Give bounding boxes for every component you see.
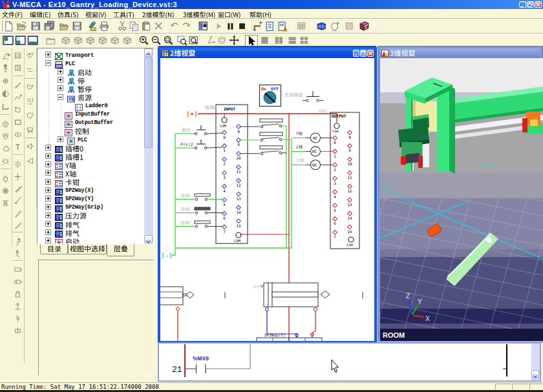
tree-item[interactable]: 5P2Way(Grip): [37, 203, 144, 212]
save-icon[interactable]: [30, 21, 42, 32]
rotate-axis-icon[interactable]: [206, 35, 217, 46]
claw2-icon[interactable]: [25, 110, 36, 121]
minimize-button[interactable]: [519, 1, 526, 8]
cut-icon[interactable]: [117, 21, 129, 32]
tree-scroll-down[interactable]: [144, 235, 153, 243]
expand-icon[interactable]: [45, 196, 51, 201]
expand-icon[interactable]: [45, 161, 51, 167]
layout-bottom-icon[interactable]: [27, 35, 39, 46]
ladder-scrollbar[interactable]: [531, 344, 540, 380]
ellipse-icon[interactable]: [13, 130, 23, 140]
burst-icon[interactable]: [13, 160, 23, 170]
tree-item[interactable]: [37, 152, 144, 161]
half-disc-icon[interactable]: [1, 89, 11, 99]
expand-icon[interactable]: [45, 221, 51, 227]
zoom-window-icon[interactable]: [176, 35, 188, 46]
line-icon[interactable]: [13, 81, 23, 91]
bracket-icon[interactable]: [1, 102, 11, 112]
mask-icon[interactable]: [1, 132, 11, 142]
tree-scroll-thumb[interactable]: [144, 57, 153, 148]
cart-icon[interactable]: [25, 125, 36, 135]
text-tool-icon[interactable]: [13, 142, 23, 152]
rotate-free-icon[interactable]: [217, 35, 228, 46]
polygon-icon[interactable]: [13, 105, 23, 116]
tree-item[interactable]: [37, 229, 144, 237]
tree-item[interactable]: [37, 68, 144, 76]
report-warning-icon[interactable]: [277, 21, 288, 32]
window-2d-close[interactable]: [367, 50, 374, 57]
horn-icon[interactable]: [25, 156, 36, 166]
tree-item[interactable]: PLC: [37, 136, 144, 144]
zoom-out-icon[interactable]: [151, 35, 162, 46]
expand-icon[interactable]: [45, 229, 51, 235]
layout-left-icon[interactable]: [3, 35, 14, 46]
plate-b-icon[interactable]: [13, 63, 23, 74]
print-preview-icon[interactable]: [87, 21, 99, 32]
tree-item[interactable]: [37, 212, 144, 220]
tree-item[interactable]: PLC: [37, 59, 144, 68]
zoom-dynamic-icon[interactable]: [188, 35, 200, 46]
cube-3-icon[interactable]: [85, 35, 96, 46]
expand-icon[interactable]: [45, 187, 51, 193]
cube-2-icon[interactable]: [72, 35, 84, 46]
runner2-icon[interactable]: [13, 249, 23, 260]
expand-icon[interactable]: [45, 52, 51, 57]
zoom-in-icon[interactable]: [138, 35, 150, 46]
tree-item[interactable]: [37, 85, 144, 93]
claw-icon[interactable]: [25, 96, 36, 107]
cube-4-icon[interactable]: [97, 35, 109, 46]
person-icon[interactable]: [1, 63, 11, 74]
layout-quad-icon[interactable]: [15, 35, 27, 46]
clamp-tool-icon[interactable]: [1, 198, 11, 209]
window-3d-titlebar[interactable]: [380, 48, 540, 58]
connect-icon[interactable]: [253, 21, 264, 32]
table-icon[interactable]: [316, 21, 328, 32]
tab-3[interactable]: [107, 244, 134, 256]
expand-icon[interactable]: [45, 153, 51, 159]
tree-item[interactable]: Transport: [37, 51, 144, 59]
paste-icon[interactable]: [141, 21, 153, 32]
birds-icon[interactable]: [25, 65, 36, 76]
save-project-icon[interactable]: [72, 21, 83, 32]
stop-icon[interactable]: [237, 21, 248, 32]
close-button[interactable]: [535, 1, 542, 8]
plug-icon[interactable]: [1, 174, 11, 184]
expand-icon[interactable]: [45, 212, 51, 218]
stairs-icon[interactable]: [13, 184, 23, 194]
runner-icon[interactable]: [13, 237, 23, 247]
cylinder-icon[interactable]: [13, 265, 23, 275]
menu-7[interactable]: [183, 10, 215, 17]
arrange-3-icon[interactable]: [287, 35, 299, 46]
save-all-icon[interactable]: [44, 21, 56, 32]
smiley-icon[interactable]: [1, 119, 11, 130]
tab-1[interactable]: [40, 244, 68, 254]
robot-arm-icon[interactable]: [1, 51, 11, 61]
expand-icon[interactable]: [45, 145, 51, 150]
stairs2-icon[interactable]: [13, 196, 23, 207]
stamp-disabled-icon[interactable]: [344, 21, 356, 32]
run-icon[interactable]: [213, 21, 225, 32]
collapse-icon[interactable]: [58, 94, 63, 100]
spring-icon[interactable]: [13, 314, 23, 324]
project-form-icon[interactable]: [198, 21, 209, 32]
help-book-icon[interactable]: [359, 21, 370, 32]
cylinder2-icon[interactable]: [13, 277, 23, 287]
grid-disabled-icon[interactable]: [296, 21, 308, 32]
valve-tool-icon[interactable]: [13, 326, 23, 336]
tab-2[interactable]: [68, 244, 107, 254]
press-icon[interactable]: [13, 289, 23, 300]
menu-5[interactable]: [113, 10, 134, 17]
polyline-icon[interactable]: [13, 93, 23, 103]
wheel-icon[interactable]: [1, 186, 11, 196]
tree-item[interactable]: Ladder0: [37, 102, 144, 110]
circuit-canvas[interactable]: (+)(-)OnOffINPUTCOMCOM012345678910111213…: [160, 58, 374, 341]
burst2-icon[interactable]: [13, 172, 23, 182]
hawk-icon[interactable]: [25, 82, 36, 92]
ladder-scroll-down[interactable]: [531, 370, 539, 378]
tree-item[interactable]: [37, 144, 144, 152]
tree-item[interactable]: [37, 220, 144, 229]
expand-icon[interactable]: [45, 238, 51, 243]
brush-icon[interactable]: [13, 221, 23, 231]
pencil-icon[interactable]: [13, 209, 23, 219]
cube-6-icon[interactable]: [122, 35, 133, 46]
